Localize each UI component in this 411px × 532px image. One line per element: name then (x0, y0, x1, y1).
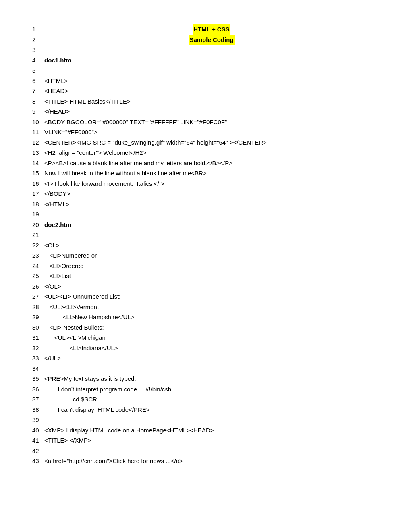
code-line: 36 I don’t interpret program code. #!/bi… (32, 384, 379, 395)
line-content: <LI>Indiana</UL> (44, 343, 118, 353)
code-line: 35<PRE>My text stays as it is typed. (32, 374, 379, 384)
code-line: 19 (32, 209, 379, 220)
line-number: 17 (32, 189, 44, 199)
line-content: <LI>Numbered or (44, 250, 97, 261)
code-line: 13<H2 align= "center"> Welcome!</H2> (32, 148, 379, 158)
line-number: 22 (32, 240, 44, 251)
line-content: </OL> (44, 281, 61, 292)
line-content: <H2 align= "center"> Welcome!</H2> (44, 148, 146, 158)
code-line: 24 <LI>Ordered (32, 261, 379, 271)
line-number: 2 (32, 35, 44, 45)
line-content: </BODY> (44, 189, 70, 199)
line-content: cd $SCR (44, 394, 97, 405)
code-line: 22<OL> (32, 240, 379, 251)
line-number: 36 (32, 384, 44, 395)
code-line: 12<CENTER><IMG SRC = "duke_swinging.gif"… (32, 137, 379, 148)
line-content: doc2.htm (44, 220, 71, 230)
code-line: 28 <UL><LI>Vermont (32, 302, 379, 312)
code-line: 15Now I will break in the line without a… (32, 168, 379, 179)
line-content: <OL> (44, 240, 60, 251)
line-content: Sample Coding (44, 35, 379, 45)
line-content: <XMP> I display HTML code on a HomePage<… (44, 425, 214, 436)
code-line: 37 cd $SCR (32, 394, 379, 405)
line-number: 34 (32, 364, 44, 374)
code-line: 1HTML + CSS (32, 24, 379, 35)
line-number: 25 (32, 271, 44, 281)
line-number: 33 (32, 353, 44, 364)
code-line: 39 (32, 415, 379, 425)
line-number: 11 (32, 127, 44, 137)
code-line: 8<TITLE> HTML Basics</TITLE> (32, 96, 379, 107)
line-content: <TITLE> HTML Basics</TITLE> (44, 96, 131, 107)
line-content: <CENTER><IMG SRC = "duke_swinging.gif" w… (44, 137, 267, 148)
line-number: 5 (32, 65, 44, 76)
line-content: </HEAD> (44, 106, 70, 117)
highlighted-text: HTML + CSS (193, 24, 230, 35)
code-line: 31 <UL><LI>Michigan (32, 332, 379, 343)
line-number: 43 (32, 456, 44, 466)
line-content: Now I will break in the line without a b… (44, 168, 207, 179)
line-number: 19 (32, 209, 44, 220)
code-line: 17</BODY> (32, 189, 379, 199)
line-number: 16 (32, 179, 44, 189)
code-line: 25 <LI>List (32, 271, 379, 281)
line-number: 27 (32, 291, 44, 302)
code-line: 10<BODY BGCOLOR="#000000" TEXT="#FFFFFF"… (32, 117, 379, 127)
line-number: 20 (32, 220, 44, 230)
line-content: <LI> Nested Bullets: (44, 322, 104, 333)
line-content: <UL><LI> Unnumbered List: (44, 291, 120, 302)
code-line: 32 <LI>Indiana</UL> (32, 343, 379, 353)
code-line: 21 (32, 230, 379, 240)
line-number: 41 (32, 435, 44, 446)
line-number: 8 (32, 96, 44, 107)
line-content: <P><B>I cause a blank line after me and … (44, 158, 232, 168)
line-content: <UL><LI>Vermont (44, 302, 99, 312)
line-content: <TITLE> </XMP> (44, 435, 91, 446)
highlighted-text: Sample Coding (189, 35, 234, 45)
line-number: 40 (32, 425, 44, 436)
line-content: <HEAD> (44, 86, 68, 96)
line-number: 4 (32, 55, 44, 66)
line-number: 21 (32, 230, 44, 240)
line-number: 14 (32, 158, 44, 168)
line-number: 30 (32, 322, 44, 333)
code-line: 26</OL> (32, 281, 379, 292)
line-content: </HTML> (44, 199, 70, 210)
line-number: 39 (32, 415, 44, 425)
code-line: 18</HTML> (32, 199, 379, 210)
code-line: 30 <LI> Nested Bullets: (32, 322, 379, 333)
line-number: 29 (32, 312, 44, 322)
line-number: 10 (32, 117, 44, 127)
code-line: 14<P><B>I cause a blank line after me an… (32, 158, 379, 168)
line-number: 24 (32, 261, 44, 271)
line-number: 26 (32, 281, 44, 292)
line-number: 38 (32, 405, 44, 415)
line-content: HTML + CSS (44, 24, 379, 35)
code-line: 9</HEAD> (32, 106, 379, 117)
code-line: 16<I> I look like forward movement. Ital… (32, 179, 379, 189)
code-line: 41<TITLE> </XMP> (32, 435, 379, 446)
line-content: <HTML> (44, 76, 68, 86)
line-content: <I> I look like forward movement. Italic… (44, 179, 164, 189)
line-number: 42 (32, 446, 44, 456)
code-line: 27<UL><LI> Unnumbered List: (32, 291, 379, 302)
code-line: 40<XMP> I display HTML code on a HomePag… (32, 425, 379, 436)
code-line: 20doc2.htm (32, 220, 379, 230)
line-content: <a href="http://cnn.com">Click here for … (44, 456, 183, 466)
line-content: </UL> (44, 353, 61, 364)
line-content: <LI>New Hampshire</UL> (44, 312, 134, 322)
line-content: VLINK="#FF0000"> (44, 127, 98, 137)
line-number: 28 (32, 302, 44, 312)
line-number: 31 (32, 332, 44, 343)
code-line: 29 <LI>New Hampshire</UL> (32, 312, 379, 322)
line-number: 32 (32, 343, 44, 353)
code-line: 2Sample Coding (32, 35, 379, 45)
code-line: 7<HEAD> (32, 86, 379, 96)
line-number: 1 (32, 24, 44, 35)
code-line: 6<HTML> (32, 76, 379, 86)
code-line: 38 I can't display HTML code</PRE> (32, 405, 379, 415)
line-content: I don’t interpret program code. #!/bin/c… (44, 384, 171, 395)
line-number: 35 (32, 374, 44, 384)
line-content: I can't display HTML code</PRE> (44, 405, 150, 415)
line-content: <UL><LI>Michigan (44, 332, 106, 343)
